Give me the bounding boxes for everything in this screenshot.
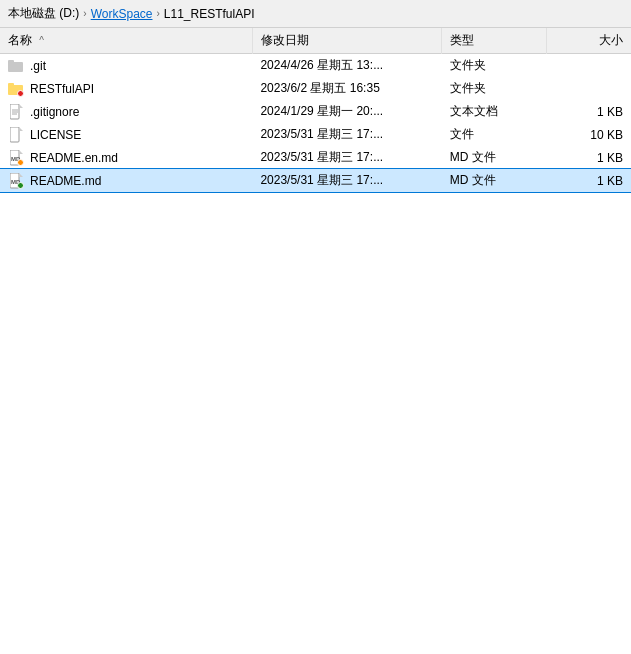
file-icon — [8, 127, 24, 143]
col-header-name[interactable]: 名称 ^ — [0, 28, 252, 54]
table-row[interactable]: LICENSE2023/5/31 星期三 17:...文件10 KB — [0, 123, 631, 146]
svg-marker-10 — [19, 127, 23, 131]
file-type: 文件夹 — [442, 54, 547, 78]
svg-marker-12 — [19, 150, 23, 154]
svg-rect-9 — [10, 127, 19, 142]
file-type: 文本文档 — [442, 100, 547, 123]
svg-rect-1 — [8, 60, 14, 64]
breadcrumb-sep-1: › — [156, 8, 159, 19]
file-size: 10 KB — [547, 123, 631, 146]
empty-area — [0, 192, 631, 592]
table-row[interactable]: MDREADME.en.md2023/5/31 星期三 17:...MD 文件1… — [0, 146, 631, 169]
file-size: 1 KB — [547, 100, 631, 123]
text-file-icon — [8, 104, 24, 120]
table-row[interactable]: .git2024/4/26 星期五 13:...文件夹 — [0, 54, 631, 78]
breadcrumb-item-1[interactable]: WorkSpace — [91, 7, 153, 21]
file-name-text: README.md — [30, 174, 101, 188]
file-date: 2024/1/29 星期一 20:... — [252, 100, 441, 123]
col-header-date[interactable]: 修改日期 — [252, 28, 441, 54]
md-badge-orange-icon — [17, 159, 24, 166]
breadcrumb-label-l11: L11_RESTfulAPI — [164, 7, 255, 21]
file-size — [547, 77, 631, 100]
breadcrumb-item-2: L11_RESTfulAPI — [164, 7, 255, 21]
md-orange-icon: MD — [8, 150, 24, 166]
folder-badge-icon — [17, 90, 24, 97]
file-name-text: .git — [30, 59, 46, 73]
folder-special-icon — [8, 81, 24, 97]
table-header-row: 名称 ^ 修改日期 类型 大小 — [0, 28, 631, 54]
col-header-size[interactable]: 大小 — [547, 28, 631, 54]
file-list-area: 名称 ^ 修改日期 类型 大小 .git2024/4/26 星期五 13:...… — [0, 28, 631, 632]
breadcrumb-sep-0: › — [83, 8, 86, 19]
file-size: 1 KB — [547, 146, 631, 169]
file-type: 文件夹 — [442, 77, 547, 100]
file-name-text: LICENSE — [30, 128, 81, 142]
file-name-text: README.en.md — [30, 151, 118, 165]
svg-marker-15 — [19, 173, 23, 177]
breadcrumb-label-workspace[interactable]: WorkSpace — [91, 7, 153, 21]
svg-marker-5 — [19, 104, 23, 108]
table-row[interactable]: .gitignore2024/1/29 星期一 20:...文本文档1 KB — [0, 100, 631, 123]
file-size: 1 KB — [547, 169, 631, 192]
file-date: 2023/5/31 星期三 17:... — [252, 169, 441, 192]
breadcrumb-item-0[interactable]: 本地磁盘 (D:) — [8, 5, 79, 22]
sort-indicator: ^ — [39, 35, 44, 46]
file-table: 名称 ^ 修改日期 类型 大小 .git2024/4/26 星期五 13:...… — [0, 28, 631, 192]
folder-git-icon — [8, 58, 24, 74]
file-type: MD 文件 — [442, 169, 547, 192]
table-row[interactable]: MDREADME.md2023/5/31 星期三 17:...MD 文件1 KB — [0, 169, 631, 192]
file-date: 2024/4/26 星期五 13:... — [252, 54, 441, 78]
breadcrumb-bar: 本地磁盘 (D:) › WorkSpace › L11_RESTfulAPI — [0, 0, 631, 28]
col-header-type[interactable]: 类型 — [442, 28, 547, 54]
breadcrumb-label-disk[interactable]: 本地磁盘 (D:) — [8, 5, 79, 22]
file-name-text: RESTfulAPI — [30, 82, 94, 96]
svg-rect-3 — [8, 83, 14, 87]
file-date: 2023/5/31 星期三 17:... — [252, 123, 441, 146]
md-badge-green-icon — [17, 182, 24, 189]
file-name-text: .gitignore — [30, 105, 79, 119]
file-type: MD 文件 — [442, 146, 547, 169]
file-date: 2023/6/2 星期五 16:35 — [252, 77, 441, 100]
file-date: 2023/5/31 星期三 17:... — [252, 146, 441, 169]
md-green-icon: MD — [8, 173, 24, 189]
file-type: 文件 — [442, 123, 547, 146]
file-size — [547, 54, 631, 78]
table-row[interactable]: RESTfulAPI2023/6/2 星期五 16:35文件夹 — [0, 77, 631, 100]
